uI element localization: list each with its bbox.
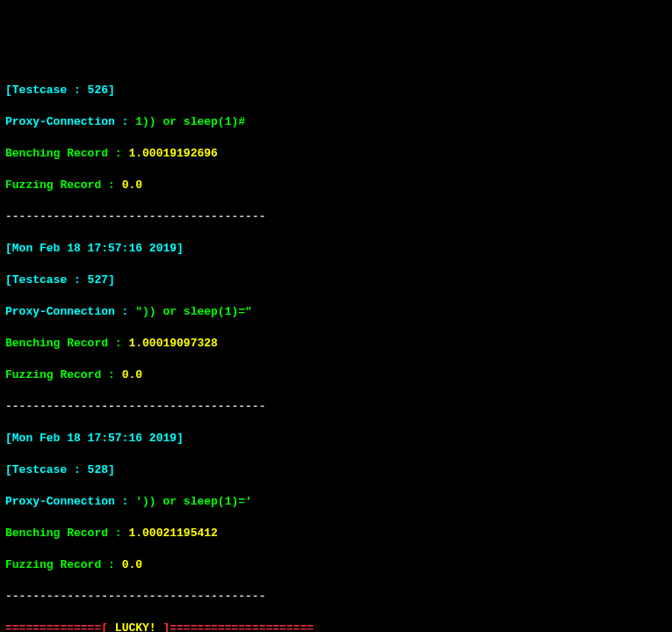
value: 1.00019097328 xyxy=(128,337,217,350)
value: ")) or sleep(1)=" xyxy=(135,305,252,318)
lucky-banner: ==============[ LUCKY! ]================… xyxy=(5,621,667,632)
separator: -------------------------------------- xyxy=(5,399,667,415)
testcase-header: [Testcase : 526] xyxy=(5,83,667,98)
label: Fuzzing Record : xyxy=(5,558,122,571)
label: Fuzzing Record : xyxy=(5,178,122,192)
label: Benching Record : xyxy=(5,337,128,350)
banner-mid: LUCKY! xyxy=(115,621,156,632)
label: Proxy-Connection : xyxy=(5,495,135,508)
value: 1)) or sleep(1)# xyxy=(135,115,245,128)
timestamp: [Mon Feb 18 17:57:16 2019] xyxy=(5,241,667,257)
fuzzing-record-line: Fuzzing Record : 0.0 xyxy=(5,557,667,573)
proxy-connection-line: Proxy-Connection : ')) or sleep(1)=' xyxy=(5,494,667,510)
fuzzing-record-line: Fuzzing Record : 0.0 xyxy=(5,367,667,383)
fuzzing-record-line: Fuzzing Record : 0.0 xyxy=(5,178,667,193)
value: 1.00021195412 xyxy=(128,527,217,540)
label: Fuzzing Record : xyxy=(5,368,122,381)
value: 0.0 xyxy=(122,368,142,381)
proxy-connection-line: Proxy-Connection : 1)) or sleep(1)# xyxy=(5,114,667,130)
testcase-header: [Testcase : 527] xyxy=(5,272,667,288)
label: Proxy-Connection : xyxy=(5,115,135,128)
label: Benching Record : xyxy=(5,527,128,540)
timestamp: [Mon Feb 18 17:57:16 2019] xyxy=(5,431,667,447)
value: ')) or sleep(1)=' xyxy=(135,495,252,508)
benching-record-line: Benching Record : 1.00019097328 xyxy=(5,336,667,352)
banner-right: ]===================== xyxy=(156,621,314,632)
proxy-connection-line: Proxy-Connection : ")) or sleep(1)=" xyxy=(5,304,667,320)
value: 0.0 xyxy=(122,178,142,192)
benching-record-line: Benching Record : 1.00021195412 xyxy=(5,526,667,541)
separator: -------------------------------------- xyxy=(5,209,667,225)
benching-record-line: Benching Record : 1.00019192696 xyxy=(5,146,667,162)
value: 1.00019192696 xyxy=(128,147,217,160)
separator: -------------------------------------- xyxy=(5,589,667,605)
value: 0.0 xyxy=(122,558,142,571)
label: Proxy-Connection : xyxy=(5,305,135,318)
terminal-output: [Testcase : 526] Proxy-Connection : 1)) … xyxy=(5,67,667,632)
banner-left: ==============[ xyxy=(5,621,115,632)
testcase-header: [Testcase : 528] xyxy=(5,462,667,478)
label: Benching Record : xyxy=(5,147,128,160)
